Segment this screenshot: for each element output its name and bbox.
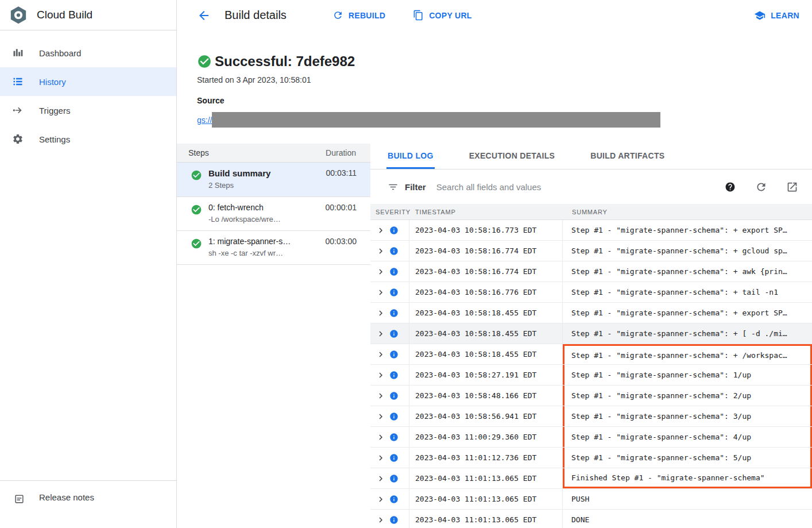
step-subtitle: 2 Steps [208,181,320,190]
log-severity-cell [370,386,409,406]
build-status-heading: Successful: 7defe982 [197,53,812,70]
info-icon[interactable] [389,309,399,318]
step-subtitle: -Lo /workspace/wre… [208,215,319,223]
step-success-check-icon [191,204,202,215]
log-row: 2023-04-03 10:58:56.941 EDT Step #1 - "m… [370,406,812,427]
log-severity-cell [370,448,409,468]
sidebar-header: Cloud Build [0,0,176,30]
learn-button[interactable]: LEARN [754,10,799,21]
info-icon[interactable] [389,433,399,442]
step-row-migrate-spanner[interactable]: 1: migrate-spanner-s… sh -xe -c tar -xzv… [177,231,370,265]
rebuild-button[interactable]: REBUILD [332,10,385,21]
copy-icon [413,10,424,21]
expand-chevron-icon[interactable] [376,329,386,339]
info-icon[interactable] [389,288,399,297]
sidebar-item-label: Dashboard [39,48,81,58]
log-timestamp: 2023-04-03 10:58:18.455 EDT [409,344,563,364]
expand-chevron-icon[interactable] [376,473,386,484]
step-title: 1: migrate-spanner-s… [208,237,319,246]
log-timestamp: 2023-04-03 11:00:29.360 EDT [409,427,563,447]
expand-chevron-icon[interactable] [376,246,386,256]
log-severity-cell [370,282,409,302]
log-row: 2023-04-03 10:58:18.455 EDT Step #1 - "m… [370,323,812,344]
log-timestamp: 2023-04-03 10:58:16.776 EDT [409,282,563,302]
expand-chevron-icon[interactable] [376,432,386,442]
timestamp-column-header: TIMESTAMP [409,209,563,215]
gear-icon [11,133,24,145]
expand-chevron-icon[interactable] [376,515,386,525]
rebuild-label: REBUILD [349,11,385,20]
expand-chevron-icon[interactable] [376,225,386,236]
refresh-icon[interactable] [755,180,767,193]
filter-button[interactable]: Filter [388,182,426,192]
info-icon[interactable] [389,371,399,380]
expand-chevron-icon[interactable] [376,494,386,504]
log-severity-cell [370,468,409,488]
log-timestamp: 2023-04-03 11:01:13.065 EDT [409,489,563,509]
step-row-fetch-wrench[interactable]: 0: fetch-wrench -Lo /workspace/wre… 00:0… [177,197,370,231]
release-notes-label: Release notes [39,492,94,502]
app-title: Cloud Build [37,9,92,21]
step-row-build-summary[interactable]: Build summary 2 Steps 00:03:11 [177,163,370,197]
sidebar-item-history[interactable]: History [0,67,176,96]
step-duration: 00:00:01 [326,203,357,223]
step-subtitle: sh -xe -c tar -xzvf wr… [208,249,319,257]
info-icon[interactable] [389,391,399,400]
content-area: Steps Duration Build summary 2 Steps 00:… [177,144,812,528]
log-row: 2023-04-03 11:01:13.065 EDT Finished Ste… [370,468,812,489]
log-timestamp: 2023-04-03 10:58:16.773 EDT [409,220,563,240]
copy-url-button[interactable]: COPY URL [413,10,472,21]
tab-execution-details[interactable]: EXECUTION DETAILS [468,144,556,169]
help-icon[interactable] [724,180,736,193]
info-icon[interactable] [389,515,399,525]
build-started-text: Started on 3 Apr 2023, 10:58:01 [197,75,812,84]
log-panel: BUILD LOG EXECUTION DETAILS BUILD ARTIFA… [370,144,812,528]
back-arrow-icon[interactable] [197,9,211,22]
log-severity-cell [370,427,409,447]
info-icon[interactable] [389,495,399,504]
history-list-icon [11,75,24,88]
tab-build-log[interactable]: BUILD LOG [386,144,435,169]
log-severity-cell [370,303,409,323]
step-success-check-icon [191,238,202,249]
sidebar-item-label: Triggers [39,106,70,115]
release-notes[interactable]: Release notes [0,480,176,528]
open-in-new-icon[interactable] [786,180,798,193]
expand-chevron-icon[interactable] [376,453,386,463]
expand-chevron-icon[interactable] [376,287,386,298]
info-icon[interactable] [389,329,399,338]
info-icon[interactable] [389,246,399,256]
release-notes-icon [13,492,25,505]
log-search-input[interactable] [436,182,705,192]
log-timestamp: 2023-04-03 10:58:16.774 EDT [409,261,563,282]
expand-chevron-icon[interactable] [376,370,386,380]
sidebar-item-triggers[interactable]: Triggers [0,96,176,125]
log-timestamp: 2023-04-03 10:58:18.455 EDT [409,323,563,344]
expand-chevron-icon[interactable] [376,267,386,277]
log-row: 2023-04-03 10:58:48.166 EDT Step #1 - "m… [370,386,812,406]
sidebar-item-dashboard[interactable]: Dashboard [0,38,176,67]
info-icon[interactable] [389,350,399,359]
sidebar-item-label: Settings [39,134,70,144]
log-summary: Step #1 - "migrate-spanner-schema": + ex… [563,220,812,240]
expand-chevron-icon[interactable] [376,411,386,422]
info-icon[interactable] [389,453,399,463]
expand-chevron-icon[interactable] [376,349,386,360]
tab-build-artifacts[interactable]: BUILD ARTIFACTS [589,144,666,169]
expand-chevron-icon[interactable] [376,391,386,401]
log-row: 2023-04-03 10:58:18.455 EDT Step #1 - "m… [370,303,812,323]
cloud-build-logo-icon [9,5,28,25]
sidebar-item-settings[interactable]: Settings [0,125,176,153]
log-summary: Step #1 - "migrate-spanner-schema": + gc… [563,241,812,261]
info-icon[interactable] [389,474,399,483]
info-icon[interactable] [389,267,399,276]
info-icon[interactable] [389,412,399,421]
log-summary: Finished Step #1 - "migrate-spanner-sche… [563,468,812,488]
info-icon[interactable] [389,226,399,235]
step-duration: 00:03:00 [326,237,357,257]
log-summary: Step #1 - "migrate-spanner-schema": 1/up [563,365,812,385]
app-root: Cloud Build Dashboard History Triggers [0,0,812,528]
source-link[interactable]: gs:// [197,115,212,125]
expand-chevron-icon[interactable] [376,308,386,318]
log-severity-cell [370,261,409,282]
